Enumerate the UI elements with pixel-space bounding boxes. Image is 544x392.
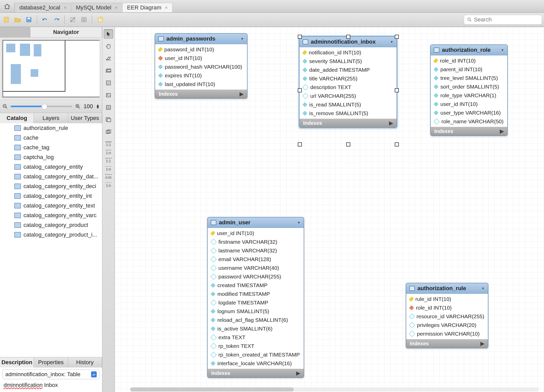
catalog-list[interactable]: authorization_rulecachecache_tagcaptcha_… [0, 123, 102, 357]
tab-database2-local[interactable]: database2_local× [15, 3, 71, 12]
tab-layers[interactable]: Layers [34, 113, 68, 123]
tool-hand[interactable] [104, 41, 113, 51]
diagram-canvas[interactable]: admin_passwords▼ password_id INT(10)user… [115, 27, 544, 392]
tool-relation-1-n[interactable]: 1:n [104, 180, 113, 188]
tool-table[interactable] [104, 103, 113, 112]
table-authorization-rule[interactable]: authorization_rule▼ rule_id INT(10)role_… [406, 283, 488, 348]
close-icon[interactable]: × [165, 5, 168, 10]
new-file-button[interactable] [2, 15, 11, 24]
table-column[interactable]: reload_acl_flag SMALLINT(6) [208, 316, 304, 324]
table-column[interactable]: user_id INT(10) [431, 100, 507, 108]
table-column[interactable]: password_id INT(10) [155, 45, 247, 54]
table-column[interactable]: user_id INT(10) [155, 54, 247, 63]
collapse-icon[interactable]: ▼ [297, 220, 301, 225]
tool-relation-1-n[interactable]: 1:n [104, 164, 113, 172]
search-input[interactable] [473, 16, 539, 23]
table-column[interactable]: resource_id VARCHAR(255) [406, 312, 488, 321]
table-column[interactable]: privileges VARCHAR(20) [406, 321, 488, 329]
table-column[interactable]: password VARCHAR(255) [208, 272, 304, 281]
table-column[interactable]: user_type VARCHAR(16) [431, 108, 507, 117]
collapse-icon[interactable]: ▼ [240, 37, 244, 41]
selection-handle[interactable] [298, 142, 302, 146]
table-column[interactable]: password_hash VARCHAR(100) [155, 63, 247, 71]
indexes-label[interactable]: Indexes [303, 120, 322, 126]
table-column[interactable]: rp_token TEXT [208, 342, 304, 350]
save-button[interactable] [24, 15, 33, 24]
table-column[interactable]: severity SMALLINT(5) [300, 57, 397, 66]
table-column[interactable]: url VARCHAR(255) [300, 92, 397, 100]
table-column[interactable]: created TIMESTAMP [208, 281, 304, 290]
selection-handle[interactable] [395, 35, 399, 39]
panel-tab-navigator[interactable]: Navigator [30, 27, 102, 37]
list-item[interactable]: authorization_rule [0, 123, 102, 133]
tab-description[interactable]: Description [0, 357, 34, 368]
canvas-h-scrollbar[interactable] [130, 387, 539, 391]
table-column[interactable]: is_remove SMALLINT(5) [300, 109, 397, 118]
selection-handle[interactable] [298, 88, 302, 92]
table-column[interactable]: interface_locale VARCHAR(16) [208, 359, 304, 368]
table-column[interactable]: title VARCHAR(255) [300, 74, 397, 83]
tab-user-types[interactable]: User Types [68, 113, 102, 123]
table-column[interactable]: date_added TIMESTAMP [300, 66, 397, 74]
minimap[interactable] [3, 40, 100, 97]
zoom-stepper[interactable]: ▲▼ [96, 104, 100, 109]
list-item[interactable]: catalog_category_entity_int [0, 191, 102, 201]
table-column[interactable]: permission VARCHAR(10) [406, 329, 488, 338]
snap-grid-button[interactable] [80, 15, 88, 24]
tool-relation-1-n[interactable]: 1:n [104, 148, 113, 156]
toggle-grid-button[interactable] [68, 15, 77, 24]
description-text[interactable]: dminnotification Inbox [3, 379, 100, 391]
redo-button[interactable] [52, 15, 61, 24]
tool-relation-1-1[interactable]: 1:1 [104, 156, 113, 164]
tab-mysql-model[interactable]: MySQL Model× [71, 3, 122, 12]
list-item[interactable]: catalog_category_product [0, 220, 102, 230]
selection-handle[interactable] [395, 88, 399, 92]
table-column[interactable]: rp_token_created_at TIMESTAMP [208, 350, 304, 359]
tool-layer[interactable] [104, 66, 113, 76]
table-column[interactable]: modified TIMESTAMP [208, 290, 304, 298]
indexes-label[interactable]: Indexes [410, 341, 429, 347]
list-item[interactable]: catalog_category_entity_text [0, 201, 102, 211]
selection-handle[interactable] [346, 35, 350, 39]
table-column[interactable]: role_type VARCHAR(1) [431, 91, 507, 100]
panel-tab-blank[interactable] [0, 27, 30, 37]
indexes-label[interactable]: Indexes [159, 91, 178, 97]
tab-history[interactable]: History [68, 357, 102, 368]
zoom-in-icon[interactable] [75, 104, 80, 109]
tool-relation-1-1[interactable]: 1:1 [104, 139, 113, 148]
indexes-label[interactable]: Indexes [434, 128, 453, 134]
selection-handle[interactable] [395, 142, 399, 146]
list-item[interactable]: cache_tag [0, 143, 102, 152]
collapse-icon[interactable]: ▼ [501, 48, 504, 52]
minimap-viewport[interactable] [3, 40, 65, 92]
table-column[interactable]: tree_level SMALLINT(5) [431, 74, 507, 82]
close-icon[interactable]: × [64, 5, 67, 10]
description-select[interactable]: adminnotification_inbox: Table ▴▾ [3, 370, 100, 379]
table-column[interactable]: extra TEXT [208, 333, 304, 342]
table-column[interactable]: rule_id INT(10) [406, 295, 488, 303]
table-column[interactable]: username VARCHAR(40) [208, 264, 304, 272]
selection-handle[interactable] [298, 35, 302, 39]
table-column[interactable]: notification_id INT(10) [300, 48, 397, 57]
undo-button[interactable] [41, 15, 50, 24]
open-file-button[interactable] [13, 15, 22, 24]
zoom-out-icon[interactable] [3, 104, 8, 109]
list-item[interactable]: catalog_category_entity_dat... [0, 172, 102, 181]
table-column[interactable]: email VARCHAR(128) [208, 255, 304, 264]
new-diagram-button[interactable] [96, 15, 105, 24]
table-column[interactable]: role_id INT(10) [406, 303, 488, 312]
table-column[interactable]: logdate TIMESTAMP [208, 298, 304, 307]
selection-handle[interactable] [346, 142, 350, 146]
collapse-icon[interactable]: ▼ [390, 40, 393, 44]
list-item[interactable]: captcha_log [0, 152, 102, 162]
table-admin-passwords[interactable]: admin_passwords▼ password_id INT(10)user… [155, 33, 248, 99]
table-adminnotification-inbox[interactable]: adminnotification_inbox▼ notification_id… [299, 36, 397, 128]
tool-relation-n-m[interactable]: n:m [104, 172, 113, 180]
tool-note[interactable] [104, 78, 113, 88]
table-authorization-role[interactable]: authorization_role▼ role_id INT(10)paren… [430, 44, 508, 136]
table-column[interactable]: description TEXT [300, 83, 397, 92]
table-column[interactable]: role_id INT(10) [431, 56, 507, 65]
tab-eer-diagram[interactable]: EER Diagram× [122, 3, 172, 12]
table-column[interactable]: parent_id INT(10) [431, 65, 507, 74]
table-column[interactable]: last_updated INT(10) [155, 80, 247, 89]
